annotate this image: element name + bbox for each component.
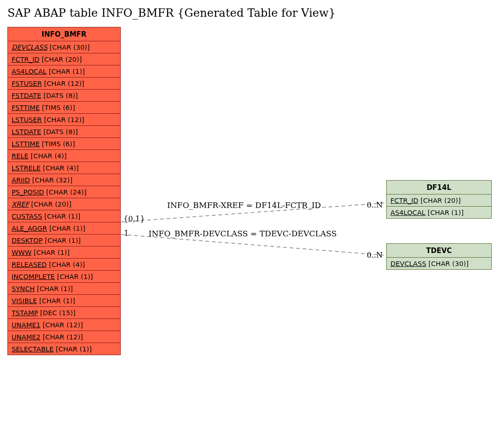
field-type: [CHAR (30)] bbox=[426, 260, 468, 267]
field-row: RELEASED [CHAR (4)] bbox=[8, 259, 120, 271]
field-row: ARIID [CHAR (32)] bbox=[8, 174, 120, 186]
field-row: PS_POSID [CHAR (24)] bbox=[8, 186, 120, 198]
field-name: PS_POSID bbox=[12, 188, 44, 196]
field-type: [CHAR (1)] bbox=[54, 345, 92, 353]
cardinality-left-1: {0,1} bbox=[123, 214, 145, 223]
field-row: FCTR_ID [CHAR (20)] bbox=[387, 195, 491, 207]
field-type: [CHAR (12)] bbox=[40, 321, 83, 329]
field-row: VISIBLE [CHAR (1)] bbox=[8, 295, 120, 307]
relation-label-2: INFO_BMFR-DEVCLASS = TDEVC-DEVCLASS bbox=[149, 229, 337, 238]
field-type: [CHAR (1)] bbox=[32, 249, 70, 256]
entity-info-bmfr: INFO_BMFR DEVCLASS [CHAR (30)]FCTR_ID [C… bbox=[7, 27, 121, 355]
field-name: UNAME1 bbox=[12, 321, 40, 329]
entity-header: INFO_BMFR bbox=[8, 27, 120, 41]
field-row: AS4LOCAL [CHAR (1)] bbox=[387, 207, 491, 218]
field-row: LSTDATE [DATS (8)] bbox=[8, 126, 120, 138]
field-row: FSTTIME [TIMS (6)] bbox=[8, 102, 120, 114]
field-type: [CHAR (20)] bbox=[39, 56, 82, 63]
entity-tdevc: TDEVC DEVCLASS [CHAR (30)] bbox=[386, 243, 492, 270]
field-type: [TIMS (6)] bbox=[40, 140, 75, 148]
field-type: [DEC (15)] bbox=[38, 309, 76, 317]
field-name: AS4LOCAL bbox=[390, 209, 425, 216]
field-row: LSTRELE [CHAR (4)] bbox=[8, 162, 120, 174]
field-row: DEVCLASS [CHAR (30)] bbox=[8, 41, 120, 53]
field-row: TSTAMP [DEC (15)] bbox=[8, 307, 120, 319]
field-name: FCTR_ID bbox=[390, 197, 418, 204]
field-name: LSTDATE bbox=[12, 128, 41, 136]
relation-label-1: INFO_BMFR-XREF = DF14L-FCTR_ID bbox=[167, 201, 321, 210]
field-row: UNAME2 [CHAR (12)] bbox=[8, 331, 120, 343]
field-row: FSTUSER [CHAR (12)] bbox=[8, 78, 120, 90]
field-type: [CHAR (12)] bbox=[40, 333, 83, 341]
field-name: CUSTASS bbox=[12, 213, 42, 220]
page-title: SAP ABAP table INFO_BMFR {Generated Tabl… bbox=[7, 6, 495, 19]
field-type: [CHAR (30)] bbox=[47, 44, 90, 51]
field-name: LSTRELE bbox=[12, 164, 41, 172]
field-row: RELE [CHAR (4)] bbox=[8, 150, 120, 162]
field-type: [CHAR (20)] bbox=[418, 197, 461, 204]
field-name: WWW bbox=[12, 249, 32, 256]
field-type: [CHAR (1)] bbox=[47, 225, 85, 232]
field-type: [TIMS (6)] bbox=[40, 104, 75, 111]
field-name: DEVCLASS bbox=[390, 260, 426, 267]
field-row: DESKTOP [CHAR (1)] bbox=[8, 234, 120, 247]
field-name: TSTAMP bbox=[12, 309, 38, 317]
field-name: UNAME2 bbox=[12, 333, 40, 341]
field-name: RELE bbox=[12, 152, 28, 160]
field-type: [CHAR (1)] bbox=[55, 273, 93, 280]
field-type: [CHAR (4)] bbox=[28, 152, 66, 160]
field-name: LSTTIME bbox=[12, 140, 40, 148]
field-type: [CHAR (24)] bbox=[44, 188, 86, 196]
field-row: CUSTASS [CHAR (1)] bbox=[8, 210, 120, 222]
entity-header: TDEVC bbox=[387, 244, 491, 258]
field-name: XREF bbox=[12, 201, 29, 208]
field-row: XREF [CHAR (20)] bbox=[8, 198, 120, 210]
field-name: SELECTABLE bbox=[12, 345, 54, 353]
entity-df14l: DF14L FCTR_ID [CHAR (20)]AS4LOCAL [CHAR … bbox=[386, 180, 492, 219]
field-row: UNAME1 [CHAR (12)] bbox=[8, 319, 120, 331]
field-name: FCTR_ID bbox=[12, 56, 39, 63]
field-type: [CHAR (1)] bbox=[46, 68, 84, 75]
field-row: AS4LOCAL [CHAR (1)] bbox=[8, 65, 120, 78]
cardinality-right-1: 0..N bbox=[367, 201, 383, 209]
field-type: [CHAR (12)] bbox=[42, 80, 84, 87]
field-type: [CHAR (4)] bbox=[41, 164, 79, 172]
field-name: AS4LOCAL bbox=[12, 68, 46, 75]
field-type: [DATS (8)] bbox=[41, 92, 78, 99]
field-name: VISIBLE bbox=[12, 297, 37, 305]
field-type: [CHAR (4)] bbox=[47, 261, 85, 268]
cardinality-right-2: 0..N bbox=[367, 251, 383, 260]
field-name: DEVCLASS bbox=[12, 44, 47, 51]
field-row: LSTTIME [TIMS (6)] bbox=[8, 138, 120, 150]
field-type: [CHAR (12)] bbox=[42, 116, 84, 123]
cardinality-left-2: 1 bbox=[124, 229, 129, 238]
field-row: LSTUSER [CHAR (12)] bbox=[8, 114, 120, 126]
field-name: ARIID bbox=[12, 176, 30, 184]
field-row: WWW [CHAR (1)] bbox=[8, 247, 120, 259]
field-name: FSTDATE bbox=[12, 92, 41, 99]
field-name: DESKTOP bbox=[12, 237, 43, 244]
field-name: FSTTIME bbox=[12, 104, 40, 111]
field-type: [CHAR (1)] bbox=[43, 237, 81, 244]
field-row: FSTDATE [DATS (8)] bbox=[8, 90, 120, 102]
field-name: LSTUSER bbox=[12, 116, 42, 123]
field-name: RELEASED bbox=[12, 261, 47, 268]
field-name: FSTUSER bbox=[12, 80, 42, 87]
entity-header: DF14L bbox=[387, 181, 491, 195]
field-row: DEVCLASS [CHAR (30)] bbox=[387, 258, 491, 269]
field-type: [CHAR (20)] bbox=[29, 201, 71, 208]
field-name: INCOMPLETE bbox=[12, 273, 55, 280]
field-type: [CHAR (1)] bbox=[35, 285, 73, 292]
field-row: INCOMPLETE [CHAR (1)] bbox=[8, 271, 120, 283]
field-row: SYNCH [CHAR (1)] bbox=[8, 283, 120, 295]
er-diagram: INFO_BMFR DEVCLASS [CHAR (30)]FCTR_ID [C… bbox=[5, 24, 495, 447]
field-type: [CHAR (1)] bbox=[42, 213, 80, 220]
field-name: ALE_AGGR bbox=[12, 225, 47, 232]
field-type: [CHAR (1)] bbox=[425, 209, 463, 216]
field-type: [CHAR (1)] bbox=[37, 297, 75, 305]
field-row: ALE_AGGR [CHAR (1)] bbox=[8, 222, 120, 234]
field-row: FCTR_ID [CHAR (20)] bbox=[8, 53, 120, 65]
field-type: [DATS (8)] bbox=[41, 128, 78, 136]
field-type: [CHAR (32)] bbox=[30, 176, 72, 184]
field-row: SELECTABLE [CHAR (1)] bbox=[8, 343, 120, 355]
